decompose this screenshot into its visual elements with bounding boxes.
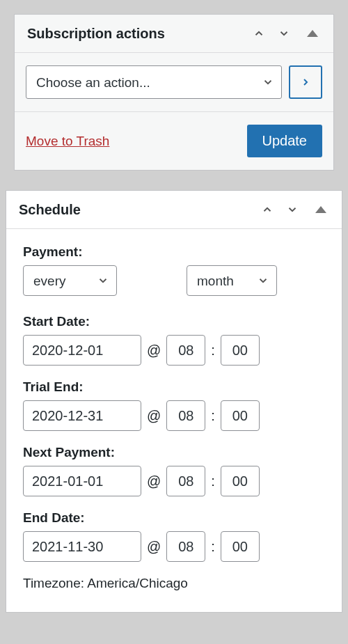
move-to-trash-link[interactable]: Move to Trash — [26, 134, 109, 149]
frequency-unit-select[interactable]: month — [187, 265, 277, 296]
trial-end-label: Trial End: — [23, 379, 325, 395]
end-date-label: End Date: — [23, 510, 325, 526]
at-separator: @ — [147, 473, 161, 489]
schedule-metabox: Schedule Payment: every month Start Date… — [6, 190, 342, 613]
next-payment-hour-input[interactable] — [166, 466, 205, 496]
timezone-text: Timezone: America/Chicago — [23, 576, 325, 591]
schedule-title: Schedule — [19, 202, 258, 218]
colon-separator: : — [211, 473, 215, 489]
colon-separator: : — [211, 408, 215, 424]
move-up-button[interactable] — [250, 24, 268, 42]
start-date-input[interactable] — [23, 335, 141, 366]
trial-end-date-input[interactable] — [23, 400, 141, 431]
payment-label: Payment: — [23, 244, 325, 260]
end-minute-input[interactable] — [221, 531, 260, 562]
toggle-panel-button[interactable] — [300, 27, 321, 40]
start-date-row: Start Date: @ : — [23, 314, 325, 366]
start-date-label: Start Date: — [23, 314, 325, 329]
start-minute-input[interactable] — [221, 335, 260, 366]
header-controls — [250, 24, 321, 42]
update-button[interactable]: Update — [247, 125, 323, 157]
schedule-body: Payment: every month Start Date: @ : Tri… — [6, 229, 342, 612]
chevron-up-icon — [261, 203, 274, 216]
date-inputs: @ : — [23, 531, 325, 562]
triangle-up-icon — [307, 30, 318, 37]
next-payment-date-input[interactable] — [23, 466, 141, 496]
start-hour-input[interactable] — [166, 335, 205, 366]
trial-end-row: Trial End: @ : — [23, 379, 325, 431]
action-select[interactable]: Choose an action... — [26, 65, 282, 99]
actions-footer: Move to Trash Update — [15, 112, 333, 170]
toggle-panel-button[interactable] — [308, 203, 329, 216]
at-separator: @ — [147, 408, 161, 424]
colon-separator: : — [211, 539, 215, 555]
actions-body: Choose an action... — [15, 53, 333, 112]
move-up-button[interactable] — [258, 201, 276, 219]
end-hour-input[interactable] — [166, 531, 205, 562]
schedule-header: Schedule — [6, 191, 342, 229]
chevron-right-icon — [300, 77, 311, 88]
end-date-input[interactable] — [23, 531, 141, 562]
move-down-button[interactable] — [283, 201, 301, 219]
date-inputs: @ : — [23, 466, 325, 496]
date-inputs: @ : — [23, 400, 325, 431]
move-down-button[interactable] — [275, 24, 293, 42]
next-payment-minute-input[interactable] — [221, 466, 260, 496]
trial-end-hour-input[interactable] — [166, 400, 205, 431]
at-separator: @ — [147, 539, 161, 555]
subscription-actions-title: Subscription actions — [27, 26, 250, 42]
chevron-up-icon — [253, 27, 265, 40]
colon-separator: : — [211, 343, 215, 359]
subscription-actions-metabox: Subscription actions Choose an action...… — [14, 14, 334, 171]
subscription-actions-header: Subscription actions — [15, 15, 333, 53]
payment-row: every month — [23, 265, 325, 296]
frequency-every-select[interactable]: every — [23, 265, 117, 296]
execute-action-button[interactable] — [289, 65, 322, 99]
date-inputs: @ : — [23, 335, 325, 366]
at-separator: @ — [147, 343, 161, 359]
end-date-row: End Date: @ : — [23, 510, 325, 562]
chevron-down-icon — [286, 203, 299, 216]
next-payment-row: Next Payment: @ : — [23, 445, 325, 496]
next-payment-label: Next Payment: — [23, 445, 325, 460]
triangle-up-icon — [315, 206, 326, 213]
trial-end-minute-input[interactable] — [221, 400, 260, 431]
header-controls — [258, 201, 329, 219]
chevron-down-icon — [278, 27, 290, 40]
